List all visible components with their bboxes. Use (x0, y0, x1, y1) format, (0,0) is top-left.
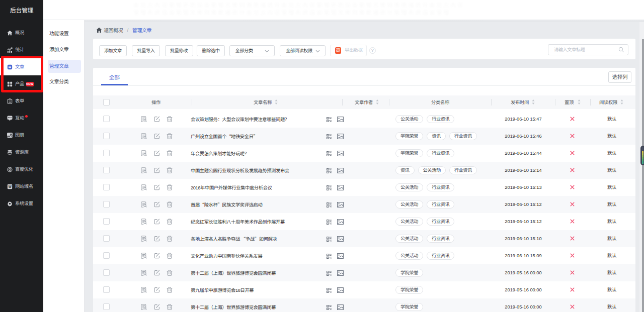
svg-text:W: W (8, 184, 11, 188)
